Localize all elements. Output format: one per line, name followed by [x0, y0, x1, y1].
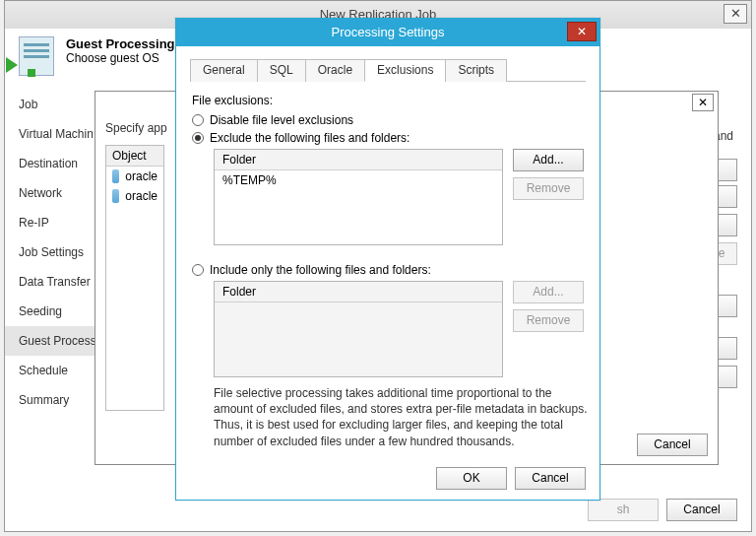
- radio-label: Disable file level exclusions: [210, 113, 353, 127]
- list-item-label: oracle: [125, 169, 158, 183]
- table-row[interactable]: %TEMP%: [215, 170, 502, 190]
- tab-scripts[interactable]: Scripts: [445, 59, 507, 82]
- ok-button[interactable]: OK: [436, 467, 507, 490]
- include-table[interactable]: Folder: [214, 281, 503, 377]
- remove-exclude-button[interactable]: Remove: [513, 177, 584, 200]
- exclude-header: Folder: [215, 150, 502, 170]
- radio-exclude-files[interactable]: Exclude the following files and folders:: [192, 131, 584, 145]
- radio-label: Include only the following files and fol…: [210, 263, 431, 277]
- radio-icon: [192, 114, 204, 126]
- vm-icon: [112, 189, 119, 203]
- tab-oracle[interactable]: Oracle: [305, 59, 365, 82]
- section-label: File exclusions:: [192, 94, 584, 107]
- cancel-button[interactable]: Cancel: [515, 467, 586, 490]
- close-icon[interactable]: ✕: [567, 22, 597, 41]
- cancel-button[interactable]: Cancel: [637, 434, 708, 456]
- cancel-button[interactable]: Cancel: [666, 499, 737, 521]
- radio-icon: [192, 264, 204, 276]
- replication-icon: [19, 36, 54, 76]
- tab-general[interactable]: General: [190, 59, 258, 82]
- include-header: Folder: [215, 282, 502, 302]
- tab-strip: GeneralSQLOracleExclusionsScripts: [190, 58, 586, 82]
- close-icon[interactable]: ✕: [692, 94, 714, 111]
- dialog-footer: OK Cancel: [436, 467, 586, 490]
- list-item-label: oracle: [125, 189, 158, 203]
- dialog-titlebar: Processing Settings ✕: [176, 19, 599, 46]
- grid-header: Object: [106, 146, 163, 167]
- vm-icon: [112, 169, 119, 183]
- tab-sql[interactable]: SQL: [257, 59, 306, 82]
- radio-include-only[interactable]: Include only the following files and fol…: [192, 263, 584, 277]
- add-exclude-button[interactable]: Add...: [513, 149, 584, 171]
- radio-disable-exclusions[interactable]: Disable file level exclusions: [192, 113, 584, 127]
- add-include-button[interactable]: Add...: [513, 281, 584, 303]
- tab-exclusions[interactable]: Exclusions: [364, 59, 446, 82]
- wizard-footer: sh Cancel: [588, 499, 737, 521]
- hint-text: File selective processing takes addition…: [214, 385, 588, 449]
- close-icon[interactable]: ✕: [724, 4, 747, 24]
- remove-include-button[interactable]: Remove: [513, 309, 584, 332]
- page-title: Guest Processing: [66, 36, 175, 51]
- list-item[interactable]: oracle: [106, 186, 163, 206]
- list-item[interactable]: oracle: [106, 167, 163, 186]
- radio-icon: [192, 132, 204, 144]
- page-subtitle: Choose guest OS: [66, 51, 159, 65]
- dialog-title-text: Processing Settings: [332, 25, 445, 39]
- object-grid[interactable]: Object oracleoracle: [105, 145, 164, 411]
- finish-button[interactable]: sh: [588, 499, 659, 521]
- radio-label: Exclude the following files and folders:: [210, 131, 410, 145]
- exclude-table[interactable]: Folder %TEMP%: [214, 149, 503, 245]
- processing-settings-dialog: Processing Settings ✕ GeneralSQLOracleEx…: [175, 18, 600, 501]
